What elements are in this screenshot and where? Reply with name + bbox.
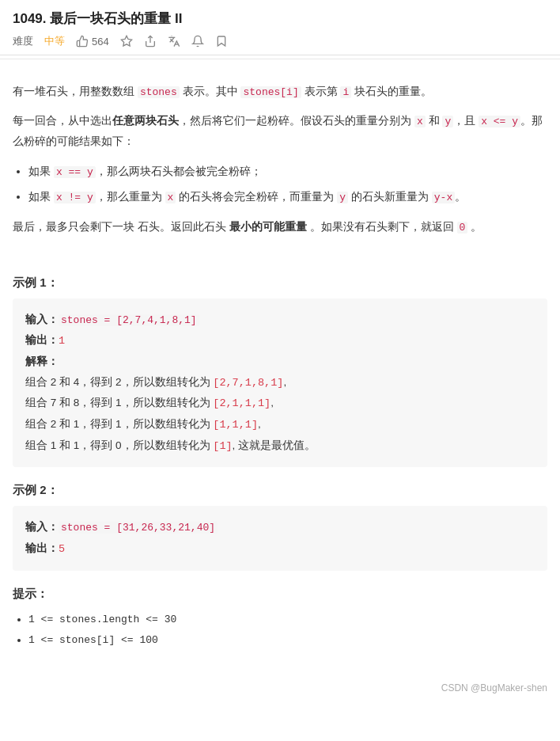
example1-box: 输入：stones = [2,7,4,1,8,1] 输出：1 解释： 组合 2 … xyxy=(13,298,547,468)
explain-code-2: [2,1,1,1] xyxy=(213,397,271,409)
problem-title: 1049. 最后一块石头的重量 II xyxy=(13,10,547,28)
inline-code-stones-i: stones[i] xyxy=(240,86,301,98)
hint-item-1: 1 <= stones.length <= 30 xyxy=(28,610,547,630)
share-button[interactable] xyxy=(144,35,157,48)
star-button[interactable] xyxy=(120,35,133,48)
bullet-item-2: 如果 x != y，那么重量为 x 的石头将会完全粉碎，而重量为 y 的石头新重… xyxy=(28,186,547,208)
hint-item-1-text: 1 <= stones.length <= 30 xyxy=(28,614,176,625)
thumbs-up-icon xyxy=(76,35,89,48)
inline-code-stones: stones xyxy=(138,86,180,98)
example1-output-value: 1 xyxy=(59,335,65,347)
desc-para1: 有一堆石头，用整数数组 stones 表示。其中 stones[i] 表示第 i… xyxy=(13,82,547,101)
like-count: 564 xyxy=(92,36,109,48)
difficulty-value: 中等 xyxy=(44,34,65,48)
example1-output-line: 输出：1 xyxy=(25,330,535,352)
example1-input-value: stones = [2,7,4,1,8,1] xyxy=(59,314,199,326)
difficulty-label: 难度 xyxy=(13,34,33,48)
inline-code-i: i xyxy=(340,86,351,98)
inline-code-y2: y xyxy=(337,192,348,203)
example1-explain-label-text: 解释： xyxy=(25,355,59,367)
bell-button[interactable] xyxy=(191,35,204,48)
inline-code-x: x xyxy=(414,116,426,127)
spacer1 xyxy=(13,247,547,260)
bookmark-icon xyxy=(215,35,228,48)
header-divider xyxy=(0,59,560,59)
meta-row: 难度 中等 564 xyxy=(13,34,547,48)
example2-title: 示例 2： xyxy=(13,483,547,498)
inline-code-xeqy: x == y xyxy=(54,166,96,178)
example2-output-label: 输出： xyxy=(25,542,59,554)
problem-header: 1049. 最后一块石头的重量 II 难度 中等 564 xyxy=(0,0,560,55)
like-button[interactable]: 564 xyxy=(76,35,109,48)
example1-title: 示例 1： xyxy=(13,276,547,291)
desc-para3: 最后，最多只会剩下一块 石头。返回此石头 最小的可能重量 。如果没有石头剩下，就… xyxy=(13,217,547,237)
explain-code-1: [2,7,1,8,1] xyxy=(213,377,283,389)
hint-item-2: 1 <= stones[i] <= 100 xyxy=(28,630,547,651)
hint-title: 提示： xyxy=(13,587,547,602)
explain-code-4: [1] xyxy=(213,440,232,452)
desc-para2: 每一回合，从中选出任意两块石头，然后将它们一起粉碎。假设石头的重量分别为 x 和… xyxy=(13,111,547,151)
example2-output-line: 输出：5 xyxy=(25,538,535,560)
example2-box: 输入：stones = [31,26,33,21,40] 输出：5 xyxy=(13,506,547,570)
example2-input-line: 输入：stones = [31,26,33,21,40] xyxy=(25,517,535,538)
translate-button[interactable] xyxy=(168,35,180,48)
watermark-text: CSDN @BugMaker-shen xyxy=(441,682,547,694)
hint-section: 提示： 1 <= stones.length <= 30 1 <= stones… xyxy=(13,587,547,651)
explain-code-3: [1,1,1] xyxy=(213,419,258,431)
hint-item-2-text: 1 <= stones[i] <= 100 xyxy=(28,634,158,646)
example1-explain-line1: 组合 2 和 4，得到 2，所以数组转化为 [2,7,1,8,1], xyxy=(25,372,535,393)
share-icon xyxy=(144,35,157,48)
translate-icon xyxy=(168,35,180,48)
inline-code-xneqy: x != y xyxy=(54,192,96,203)
svg-marker-0 xyxy=(121,36,131,46)
example1-explain-label: 解释： xyxy=(25,352,535,372)
example2-input-label: 输入： xyxy=(25,521,59,533)
bullet-list: 如果 x == y，那么两块石头都会被完全粉碎； 如果 x != y，那么重量为… xyxy=(28,161,547,207)
main-content: 有一堆石头，用整数数组 stones 表示。其中 stones[i] 表示第 i… xyxy=(0,69,560,667)
inline-code-ymx: y-x xyxy=(432,192,455,203)
example1-input-label: 输入： xyxy=(25,314,59,325)
bell-icon xyxy=(191,35,204,48)
example1-output-label: 输出： xyxy=(25,334,59,346)
inline-code-xley: x <= y xyxy=(479,116,520,127)
footer-watermark: CSDN @BugMaker-shen xyxy=(0,674,560,701)
example1-explain-line3: 组合 2 和 1，得到 1，所以数组转化为 [1,1,1], xyxy=(25,414,535,435)
inline-code-zero: 0 xyxy=(457,222,468,234)
inline-code-y: y xyxy=(442,116,453,127)
example2-output-value: 5 xyxy=(59,543,65,555)
hint-list: 1 <= stones.length <= 30 1 <= stones[i] … xyxy=(28,610,547,651)
bullet-item-1: 如果 x == y，那么两块石头都会被完全粉碎； xyxy=(28,161,547,183)
example1-explain-line2: 组合 7 和 8，得到 1，所以数组转化为 [2,1,1,1], xyxy=(25,393,535,414)
bookmark-button[interactable] xyxy=(215,35,228,48)
star-icon xyxy=(120,35,133,48)
example1-input-line: 输入：stones = [2,7,4,1,8,1] xyxy=(25,310,535,331)
example1-explain-line4: 组合 1 和 1，得到 0，所以数组转化为 [1], 这就是最优值。 xyxy=(25,435,535,457)
inline-code-x2: x xyxy=(165,192,176,203)
example2-input-value: stones = [31,26,33,21,40] xyxy=(59,522,218,534)
